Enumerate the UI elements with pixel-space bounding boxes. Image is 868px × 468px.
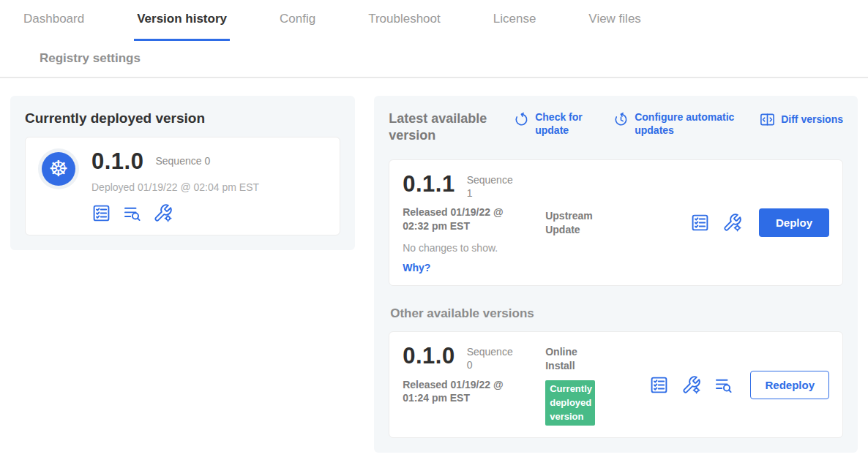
other-source-label: Online Install bbox=[545, 345, 589, 373]
latest-version-number: 0.1.1 bbox=[403, 172, 454, 197]
tab-version-history[interactable]: Version history bbox=[134, 12, 230, 41]
no-changes-text: No changes to show. bbox=[403, 242, 545, 254]
other-version-info: 0.1.0 Sequence 0 Released 01/19/22 @ 01:… bbox=[403, 344, 545, 405]
preflight-checks-icon[interactable] bbox=[649, 375, 669, 395]
why-link[interactable]: Why? bbox=[403, 262, 545, 273]
edit-config-icon[interactable] bbox=[722, 213, 742, 233]
latest-card-actions: Deploy bbox=[690, 208, 829, 237]
available-versions-header: Latest available version Check for updat… bbox=[389, 110, 843, 143]
secondary-tab-bar: Registry settings bbox=[20, 41, 868, 77]
check-for-update-label: Check for update bbox=[535, 110, 591, 137]
deployed-card-actions bbox=[91, 203, 259, 223]
tab-config[interactable]: Config bbox=[277, 12, 318, 41]
kubernetes-wheel-glyph: ☸ bbox=[49, 158, 69, 180]
refresh-icon bbox=[513, 111, 530, 128]
other-version-number: 0.1.0 bbox=[403, 344, 454, 369]
preflight-checks-icon[interactable] bbox=[690, 213, 710, 233]
deployed-card-body: 0.1.0 Sequence 0 Deployed 01/19/22 @ 02:… bbox=[91, 149, 259, 223]
deploy-logs-icon[interactable] bbox=[714, 375, 733, 395]
diff-versions-button[interactable]: Diff versions bbox=[759, 110, 843, 128]
redeploy-button[interactable]: Redeploy bbox=[750, 371, 829, 399]
check-for-update-button[interactable]: Check for update bbox=[513, 110, 591, 137]
tab-troubleshoot[interactable]: Troubleshoot bbox=[365, 12, 444, 41]
currently-deployed-title: Currently deployed version bbox=[25, 110, 340, 127]
other-sequence-label: Sequence 0 bbox=[467, 344, 518, 371]
diff-versions-label: Diff versions bbox=[781, 110, 843, 126]
edit-config-icon[interactable] bbox=[681, 375, 701, 395]
latest-available-title: Latest available version bbox=[389, 110, 491, 143]
deploy-logs-icon[interactable] bbox=[122, 203, 142, 223]
latest-sequence-label: Sequence 1 bbox=[467, 172, 518, 200]
latest-source-label: Upstream Update bbox=[545, 209, 611, 237]
deployed-sequence-label: Sequence 0 bbox=[155, 149, 210, 167]
deploy-button[interactable]: Deploy bbox=[759, 208, 829, 237]
edit-config-icon[interactable] bbox=[153, 203, 173, 223]
currently-deployed-panel: Currently deployed version ☸ 0.1.0 Seque… bbox=[10, 96, 355, 250]
tab-license[interactable]: License bbox=[490, 12, 539, 41]
configure-automatic-updates-label: Configure automatic updates bbox=[635, 110, 737, 137]
top-navigation: Dashboard Version history Config Trouble… bbox=[0, 0, 868, 78]
available-versions-panel: Latest available version Check for updat… bbox=[374, 96, 858, 453]
tab-registry-settings[interactable]: Registry settings bbox=[37, 51, 143, 77]
tab-dashboard[interactable]: Dashboard bbox=[20, 12, 87, 41]
deployed-timestamp: Deployed 01/19/22 @ 02:04 pm EST bbox=[91, 181, 259, 193]
latest-version-info: 0.1.1 Sequence 1 Released 01/19/22 @ 02:… bbox=[403, 172, 545, 273]
tab-view-files[interactable]: View files bbox=[585, 12, 644, 41]
other-version-card: 0.1.0 Sequence 0 Released 01/19/22 @ 01:… bbox=[389, 331, 843, 438]
deployed-version-card: ☸ 0.1.0 Sequence 0 Deployed 01/19/22 @ 0… bbox=[25, 137, 340, 235]
diff-icon bbox=[759, 111, 776, 128]
latest-released-timestamp: Released 01/19/22 @ 02:32 pm EST bbox=[403, 205, 516, 233]
other-card-actions: Redeploy bbox=[649, 371, 829, 399]
currently-deployed-badge: Currently deployed version bbox=[545, 380, 595, 426]
kubernetes-logo-icon: ☸ bbox=[42, 152, 75, 186]
scheduled-refresh-icon bbox=[613, 111, 629, 128]
version-history-page: Currently deployed version ☸ 0.1.0 Seque… bbox=[0, 78, 868, 453]
other-version-meta: Online Install Currently deployed versio… bbox=[545, 345, 615, 426]
configure-automatic-updates-button[interactable]: Configure automatic updates bbox=[613, 110, 737, 137]
deployed-version-number: 0.1.0 bbox=[91, 149, 143, 174]
preflight-checks-icon[interactable] bbox=[91, 203, 111, 223]
primary-tab-bar: Dashboard Version history Config Trouble… bbox=[20, 12, 868, 41]
other-released-timestamp: Released 01/19/22 @ 01:24 pm EST bbox=[403, 378, 516, 406]
latest-version-card: 0.1.1 Sequence 1 Released 01/19/22 @ 02:… bbox=[389, 159, 843, 286]
other-versions-heading: Other available versions bbox=[390, 306, 843, 321]
